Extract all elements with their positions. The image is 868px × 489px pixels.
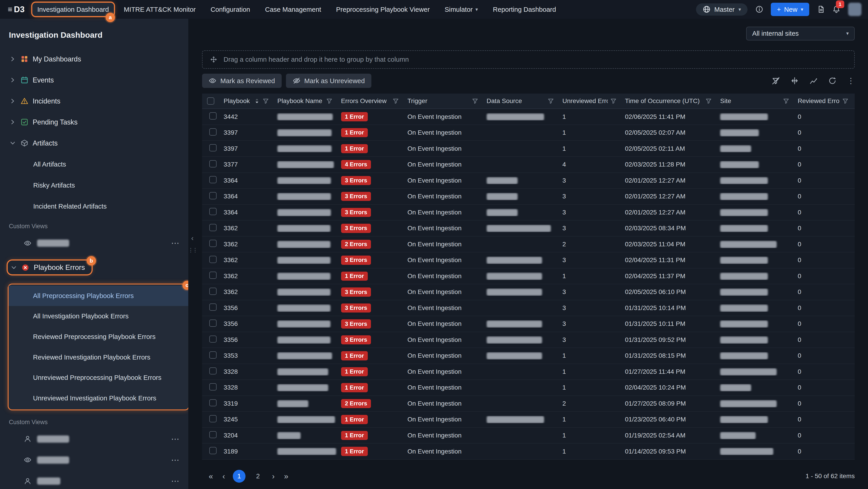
row-checkbox[interactable] xyxy=(209,192,217,199)
kebab-menu-icon[interactable]: ⋯ xyxy=(171,476,180,486)
row-checkbox[interactable] xyxy=(209,335,217,343)
nav-item-investigation-dashboard[interactable]: Investigation Dashboarda xyxy=(32,3,114,16)
table-row[interactable]: 33192 ErrorsOn Event Ingestion201/27/202… xyxy=(202,396,855,412)
sidebar-item-playbook-errors[interactable]: Playbook Errors b xyxy=(8,261,92,274)
column-header-data-source[interactable]: Data Source xyxy=(485,94,560,109)
table-row[interactable]: 33281 ErrorOn Event Ingestion101/27/2025… xyxy=(202,364,855,380)
sidebar-collapse-handle[interactable]: ‹ ⋮⋮ xyxy=(188,234,197,253)
refresh-icon[interactable] xyxy=(828,76,837,85)
table-row[interactable]: 33563 ErrorsOn Event Ingestion301/31/202… xyxy=(202,316,855,332)
table-row[interactable]: 34421 ErrorOn Event Ingestion102/06/2025… xyxy=(202,109,855,125)
table-row[interactable]: 33643 ErrorsOn Event Ingestion302/01/202… xyxy=(202,173,855,189)
sidebar-item-artifacts[interactable]: Artifacts xyxy=(0,133,188,154)
sidebar-item-risky-artifacts[interactable]: Risky Artifacts xyxy=(0,175,188,196)
table-row[interactable]: 33281 ErrorOn Event Ingestion102/04/2025… xyxy=(202,380,855,396)
column-header-time-of-occurrence-utc[interactable]: Time of Occurrence (UTC) xyxy=(623,94,718,109)
page-2-button[interactable]: 2 xyxy=(252,470,264,483)
clear-filters-icon[interactable] xyxy=(772,76,780,85)
table-row[interactable]: 33623 ErrorsOn Event Ingestion302/03/202… xyxy=(202,221,855,237)
row-checkbox[interactable] xyxy=(209,447,217,454)
filter-icon[interactable] xyxy=(472,98,478,104)
table-row[interactable]: 33621 ErrorOn Event Ingestion102/04/2025… xyxy=(202,268,855,285)
fit-columns-icon[interactable] xyxy=(790,76,799,85)
column-header-playbook-name[interactable]: Playbook Name xyxy=(275,94,339,109)
filter-icon[interactable] xyxy=(326,98,333,104)
row-checkbox[interactable] xyxy=(209,256,217,263)
table-row[interactable]: 33643 ErrorsOn Event Ingestion302/01/202… xyxy=(202,205,855,221)
row-checkbox[interactable] xyxy=(209,303,217,311)
sidebar-item-reviewed-investigation-playbook-errors[interactable]: Reviewed Investigation Playbook Errors xyxy=(8,347,188,367)
table-row[interactable]: 33623 ErrorsOn Event Ingestion302/05/202… xyxy=(202,284,855,300)
column-header-trigger[interactable]: Trigger xyxy=(405,94,485,109)
nav-item-mitre-att-ck-monitor[interactable]: MITRE ATT&CK Monitor xyxy=(119,3,201,16)
next-page-button[interactable]: › xyxy=(270,472,276,481)
mark-as-unreviewed-button[interactable]: Mark as Unreviewed xyxy=(286,74,371,88)
row-checkbox[interactable] xyxy=(209,240,217,247)
filter-icon[interactable] xyxy=(705,98,712,104)
sidebar-item-pending-tasks[interactable]: Pending Tasks xyxy=(0,111,188,133)
row-checkbox[interactable] xyxy=(209,351,217,359)
sidebar-item-unreviewed-preprocessing-playbook-errors[interactable]: Unreviewed Preprocessing Playbook Errors xyxy=(8,367,188,388)
column-header-errors-overview[interactable]: Errors Overview xyxy=(339,94,405,109)
filter-icon[interactable] xyxy=(393,98,399,104)
table-row[interactable]: 33774 ErrorsOn Event Ingestion402/03/202… xyxy=(202,157,855,173)
custom-view-item[interactable]: ⋯ xyxy=(0,428,188,450)
table-row[interactable]: 33971 ErrorOn Event Ingestion102/05/2025… xyxy=(202,141,855,157)
sidebar-item-incidents[interactable]: Incidents xyxy=(0,91,188,111)
tenant-selector[interactable]: Master ▾ xyxy=(696,3,747,15)
table-row[interactable]: 32041 ErrorOn Event Ingestion101/19/2025… xyxy=(202,428,855,444)
kebab-menu-icon[interactable]: ⋯ xyxy=(171,238,180,248)
notifications-icon[interactable]: 1 xyxy=(833,5,840,13)
sidebar-item-all-preprocessing-playbook-errors[interactable]: All Preprocessing Playbook Errors xyxy=(8,286,188,306)
document-icon[interactable] xyxy=(817,5,825,13)
filter-icon[interactable] xyxy=(548,98,554,104)
group-by-dropzone[interactable]: Drag a column header and drop it here to… xyxy=(202,51,855,69)
last-page-button[interactable]: » xyxy=(282,472,290,481)
mark-as-reviewed-button[interactable]: Mark as Reviewed xyxy=(202,74,282,88)
filter-icon[interactable] xyxy=(262,98,269,104)
row-checkbox[interactable] xyxy=(209,176,217,183)
drag-handle-icon[interactable]: ⋮⋮ xyxy=(188,247,197,253)
info-icon[interactable] xyxy=(755,5,763,13)
table-row[interactable]: 33563 ErrorsOn Event Ingestion301/31/202… xyxy=(202,332,855,348)
nav-item-preprocessing-playbook-viewer[interactable]: Preprocessing Playbook Viewer xyxy=(331,3,435,16)
row-checkbox[interactable] xyxy=(209,160,217,167)
table-row[interactable]: 33971 ErrorOn Event Ingestion102/05/2025… xyxy=(202,125,855,141)
kebab-menu-icon[interactable]: ⋮ xyxy=(847,77,855,85)
kebab-menu-icon[interactable]: ⋯ xyxy=(171,434,180,444)
page-1-button[interactable]: 1 xyxy=(233,470,246,483)
table-row[interactable]: 33563 ErrorsOn Event Ingestion301/31/202… xyxy=(202,300,855,316)
sidebar-item-my-dashboards[interactable]: My Dashboards xyxy=(0,48,188,70)
row-checkbox[interactable] xyxy=(209,320,217,327)
sidebar-item-all-investigation-playbook-errors[interactable]: All Investigation Playbook Errors xyxy=(8,306,188,327)
sidebar-item-reviewed-preprocessing-playbook-errors[interactable]: Reviewed Preprocessing Playbook Errors xyxy=(8,327,188,347)
row-checkbox[interactable] xyxy=(209,367,217,374)
sidebar-item-incident-related-artifacts[interactable]: Incident Related Artifacts xyxy=(0,196,188,217)
row-checkbox[interactable] xyxy=(209,144,217,152)
column-header-site[interactable]: Site xyxy=(718,94,796,109)
column-header-unreviewed-errors[interactable]: Unreviewed Errors xyxy=(560,94,623,109)
custom-view-item[interactable]: ⋯ xyxy=(0,470,188,489)
sidebar-item-unreviewed-investigation-playbook-errors[interactable]: Unreviewed Investigation Playbook Errors xyxy=(8,388,188,409)
row-checkbox[interactable] xyxy=(209,224,217,231)
row-checkbox[interactable] xyxy=(209,208,217,215)
table-row[interactable]: 33623 ErrorsOn Event Ingestion302/04/202… xyxy=(202,252,855,268)
custom-view-item[interactable]: ⋯ xyxy=(0,232,188,254)
row-checkbox[interactable] xyxy=(209,272,217,279)
row-checkbox[interactable] xyxy=(209,128,217,136)
column-header-reviewed-errors[interactable]: Reviewed Errors xyxy=(796,94,855,109)
chart-icon[interactable] xyxy=(809,76,818,85)
table-row[interactable]: 31891 ErrorOn Event Ingestion101/14/2025… xyxy=(202,444,855,460)
column-header-playbook-id[interactable]: Playbook ID xyxy=(221,94,275,109)
table-row[interactable]: 32451 ErrorOn Event Ingestion101/23/2025… xyxy=(202,412,855,428)
nav-item-reporting-dashboard[interactable]: Reporting Dashboard xyxy=(488,3,561,16)
nav-item-configuration[interactable]: Configuration xyxy=(206,3,255,16)
sidebar-item-all-artifacts[interactable]: All Artifacts xyxy=(0,154,188,175)
select-all-checkbox[interactable] xyxy=(207,97,214,105)
nav-item-simulator[interactable]: Simulator▾ xyxy=(440,3,483,16)
table-row[interactable]: 33643 ErrorsOn Event Ingestion302/01/202… xyxy=(202,189,855,205)
table-row[interactable]: 33531 ErrorOn Event Ingestion101/31/2025… xyxy=(202,348,855,364)
sidebar-item-events[interactable]: Events xyxy=(0,70,188,91)
kebab-menu-icon[interactable]: ⋯ xyxy=(171,455,180,465)
nav-item-case-management[interactable]: Case Management xyxy=(260,3,326,16)
